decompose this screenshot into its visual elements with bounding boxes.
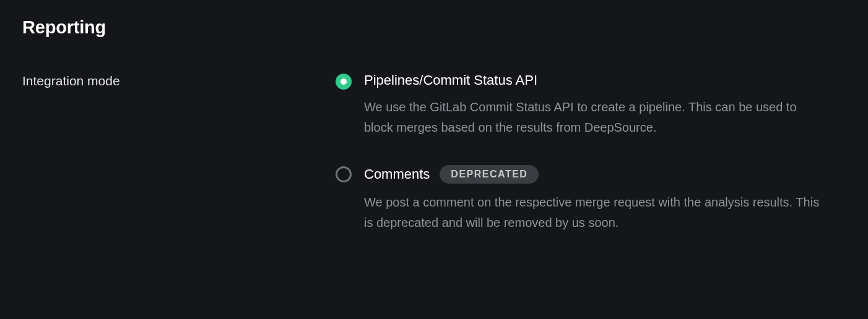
radio-option-pipelines[interactable]: Pipelines/Commit Status API We use the G… <box>336 72 846 138</box>
radio-title: Pipelines/Commit Status API <box>364 72 537 88</box>
section-title: Reporting <box>22 17 846 38</box>
radio-title: Comments <box>364 166 430 182</box>
setting-label: Integration mode <box>22 72 336 88</box>
radio-content: Comments DEPRECATED We post a comment on… <box>364 165 846 233</box>
setting-options: Pipelines/Commit Status API We use the G… <box>336 72 846 233</box>
radio-content: Pipelines/Commit Status API We use the G… <box>364 72 846 138</box>
radio-option-comments[interactable]: Comments DEPRECATED We post a comment on… <box>336 165 846 233</box>
radio-title-row: Comments DEPRECATED <box>364 165 846 184</box>
radio-icon-selected[interactable] <box>336 74 352 90</box>
radio-icon-unselected[interactable] <box>336 166 352 182</box>
radio-description: We use the GitLab Commit Status API to c… <box>364 97 822 138</box>
deprecated-badge: DEPRECATED <box>440 165 539 184</box>
setting-row: Integration mode Pipelines/Commit Status… <box>22 72 846 233</box>
radio-description: We post a comment on the respective merg… <box>364 192 822 233</box>
radio-title-row: Pipelines/Commit Status API <box>364 72 846 88</box>
